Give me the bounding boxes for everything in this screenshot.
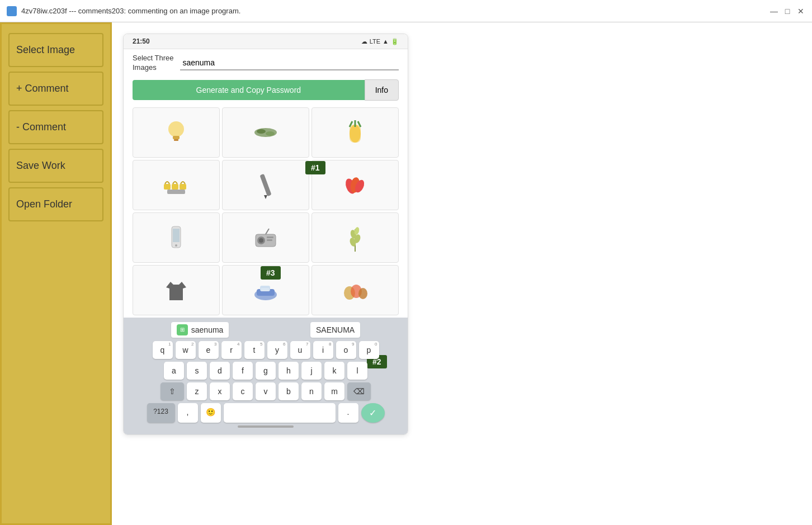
open-folder-button[interactable]: Open Folder xyxy=(8,187,103,221)
status-time: 21:50 xyxy=(133,37,150,45)
wheat-icon xyxy=(338,221,372,254)
key-i[interactable]: 8i xyxy=(313,341,333,359)
keyboard-area: ⊞ saenuma SAENUMA 1q 2w 3e 4r 5t 6y 7u xyxy=(124,318,408,434)
fish-icon xyxy=(249,116,282,149)
svg-marker-34 xyxy=(166,282,186,300)
save-work-button[interactable]: Save Work xyxy=(8,149,103,183)
emoji-key[interactable]: 🙂 xyxy=(201,403,221,423)
action-bar: Generate and Copy Password Info xyxy=(124,77,408,105)
key-a[interactable]: a xyxy=(164,362,184,380)
generate-copy-button[interactable]: Generate and Copy Password xyxy=(133,80,365,100)
add-comment-button[interactable]: + Comment xyxy=(8,72,103,106)
suggestions-row: ⊞ saenuma SAENUMA xyxy=(126,322,405,338)
key-s[interactable]: s xyxy=(187,362,207,380)
num-toggle-key[interactable]: ?123 xyxy=(147,403,175,423)
corn-icon xyxy=(338,116,372,149)
grid-icon: ⊞ xyxy=(177,324,188,335)
key-l[interactable]: l xyxy=(347,362,367,380)
svg-point-0 xyxy=(168,121,184,137)
key-q[interactable]: 1q xyxy=(153,341,173,359)
svg-point-25 xyxy=(259,238,263,243)
key-u[interactable]: 7u xyxy=(290,341,310,359)
main-area: Select Image + Comment - Comment Save Wo… xyxy=(0,22,812,525)
key-x[interactable]: x xyxy=(210,382,230,400)
peppers-icon xyxy=(338,168,372,202)
key-f[interactable]: f xyxy=(233,362,253,380)
image-search-input[interactable] xyxy=(180,56,399,70)
image-cell-3[interactable] xyxy=(311,107,399,158)
wifi-icon: ▲ xyxy=(383,38,389,45)
key-c[interactable]: c xyxy=(233,382,253,400)
svg-point-22 xyxy=(175,244,177,247)
kbd-row-1: 1q 2w 3e 4r 5t 6y 7u 8i 9o 0p xyxy=(126,341,405,359)
image-cell-12[interactable] xyxy=(311,265,399,315)
phone-icon xyxy=(159,221,193,254)
cloud-icon: ☁ xyxy=(361,38,367,45)
close-button[interactable]: ✕ xyxy=(796,7,805,16)
key-v[interactable]: v xyxy=(256,382,276,400)
key-g[interactable]: g xyxy=(256,362,276,380)
image-cell-9[interactable] xyxy=(311,212,399,263)
select-images-label: Select ThreeImages xyxy=(133,54,173,73)
tag-3: #3 xyxy=(261,266,281,280)
svg-rect-1 xyxy=(173,136,180,139)
backspace-key[interactable]: ⌫ xyxy=(347,382,371,400)
lightbulb-icon xyxy=(159,116,193,149)
maximize-button[interactable]: □ xyxy=(783,7,792,16)
key-z[interactable]: z xyxy=(187,382,207,400)
tshirt-icon xyxy=(159,273,193,307)
info-button[interactable]: Info xyxy=(365,79,399,101)
suggestion-lower-label: saenuma xyxy=(191,325,224,334)
image-cell-8[interactable] xyxy=(222,212,309,263)
svg-rect-13 xyxy=(180,184,186,190)
svg-rect-15 xyxy=(259,174,271,196)
suggestion-saenuma-lower[interactable]: ⊞ saenuma xyxy=(171,322,229,338)
suggestion-saenuma-upper[interactable]: SAENUMA xyxy=(310,322,360,338)
enter-key[interactable]: ✓ xyxy=(361,403,385,423)
select-image-button[interactable]: Select Image xyxy=(8,33,103,67)
image-cell-5[interactable] xyxy=(222,160,309,210)
key-d[interactable]: d xyxy=(210,362,230,380)
window-controls: — □ ✕ xyxy=(769,7,805,16)
remove-comment-button[interactable]: - Comment xyxy=(8,110,103,144)
svg-rect-11 xyxy=(164,184,171,190)
status-icons: ☁ LTE ▲ 🔋 xyxy=(361,38,399,45)
home-indicator xyxy=(238,425,294,428)
food-icon xyxy=(338,273,372,307)
sidebar: Select Image + Comment - Comment Save Wo… xyxy=(0,22,112,525)
image-cell-4[interactable] xyxy=(133,160,220,210)
radio-icon xyxy=(249,221,282,254)
key-k[interactable]: k xyxy=(324,362,344,380)
key-o[interactable]: 9o xyxy=(336,341,356,359)
key-e[interactable]: 3e xyxy=(199,341,219,359)
image-cell-2[interactable] xyxy=(222,107,309,158)
content-area: 21:50 ☁ LTE ▲ 🔋 Select ThreeImages Gener… xyxy=(112,22,812,525)
key-n[interactable]: n xyxy=(301,382,322,400)
key-j[interactable]: j xyxy=(301,362,322,380)
key-t[interactable]: 5t xyxy=(244,341,265,359)
svg-rect-27 xyxy=(267,239,272,241)
key-h[interactable]: h xyxy=(278,362,299,380)
svg-rect-26 xyxy=(267,237,273,238)
image-cell-1[interactable] xyxy=(133,107,220,158)
suggestion-upper-label: SAENUMA xyxy=(316,325,355,334)
svg-rect-12 xyxy=(172,184,178,190)
status-bar: 21:50 ☁ LTE ▲ 🔋 xyxy=(124,34,408,49)
svg-point-5 xyxy=(266,131,275,136)
window-title: 4zv78iw.c203f --- comments203: commentin… xyxy=(21,7,240,15)
minimize-button[interactable]: — xyxy=(769,7,778,16)
image-cell-10[interactable] xyxy=(133,265,220,315)
key-m[interactable]: m xyxy=(324,382,344,400)
image-cell-7[interactable] xyxy=(133,212,220,263)
svg-point-4 xyxy=(257,129,266,134)
shift-key[interactable]: ⇧ xyxy=(160,382,184,400)
key-b[interactable]: b xyxy=(278,382,299,400)
period-key[interactable]: . xyxy=(338,403,358,423)
space-key[interactable] xyxy=(224,403,336,423)
key-y[interactable]: 6y xyxy=(267,341,287,359)
key-w[interactable]: 2w xyxy=(176,341,196,359)
comma-key[interactable]: , xyxy=(178,403,198,423)
key-p[interactable]: 0p xyxy=(359,341,379,359)
titlebar: 4zv78iw.c203f --- comments203: commentin… xyxy=(0,0,812,22)
key-r[interactable]: 4r xyxy=(221,341,242,359)
